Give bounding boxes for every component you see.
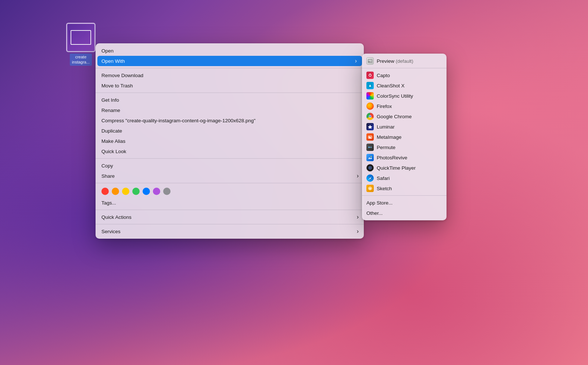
separator-2 — [96, 93, 364, 93]
chrome-icon — [366, 113, 374, 120]
menu-item-open-with[interactable]: Open With — [97, 56, 362, 66]
menu-item-make-alias[interactable]: Make Alias — [96, 136, 364, 146]
tag-dot-green[interactable] — [132, 188, 140, 195]
svg-point-15 — [371, 156, 372, 157]
chrome-label: Google Chrome — [377, 114, 412, 119]
separator-5 — [96, 210, 364, 210]
metaimage-icon — [366, 133, 374, 141]
open-with-submenu: Preview (default) Capto CleanShot X — [362, 54, 447, 220]
file-icon-inner — [71, 30, 91, 45]
submenu-item-quicktime[interactable]: QuickTime Player — [362, 163, 447, 173]
firefox-icon — [366, 102, 374, 110]
submenu-item-other[interactable]: Other... — [362, 208, 447, 218]
submenu-item-luminar[interactable]: Luminar — [362, 122, 447, 132]
colorsync-icon — [366, 92, 374, 100]
menu-item-open[interactable]: Open — [96, 46, 364, 56]
svg-marker-8 — [368, 125, 372, 129]
submenu-item-capto[interactable]: Capto — [362, 70, 447, 80]
tag-dot-orange[interactable] — [112, 188, 119, 195]
tag-dot-blue[interactable] — [143, 188, 150, 195]
menu-item-get-info[interactable]: Get Info — [96, 95, 364, 105]
desktop: create instagra... Open Open With Remove… — [0, 0, 588, 365]
capto-label: Capto — [377, 73, 390, 78]
tags-row — [96, 185, 364, 198]
svg-point-2 — [369, 61, 370, 62]
menu-item-tags[interactable]: Tags... — [96, 198, 364, 208]
submenu-item-photosrevive[interactable]: PhotosRevive — [362, 152, 447, 163]
quicktime-label: QuickTime Player — [377, 165, 416, 171]
menu-item-move-to-trash[interactable]: Move to Trash — [96, 80, 364, 91]
separator-6 — [96, 224, 364, 224]
colorsync-label: ColorSync Utility — [377, 93, 413, 99]
separator-4 — [96, 183, 364, 183]
photosrevive-label: PhotosRevive — [377, 155, 407, 160]
submenu-item-metaimage[interactable]: MetaImage — [362, 132, 447, 142]
menu-item-rename[interactable]: Rename — [96, 105, 364, 115]
svg-point-13 — [370, 147, 372, 148]
submenu-item-chrome[interactable]: Google Chrome — [362, 111, 447, 122]
desktop-file-icon[interactable]: create instagra... — [62, 23, 99, 66]
svg-point-12 — [368, 147, 370, 148]
submenu-item-colorsync[interactable]: ColorSync Utility — [362, 91, 447, 101]
cleanshot-label: CleanShot X — [377, 83, 405, 88]
menu-item-services[interactable]: Services — [96, 226, 364, 236]
submenu-item-safari[interactable]: Safari — [362, 173, 447, 183]
menu-item-share[interactable]: Share — [96, 171, 364, 181]
tag-dot-red[interactable] — [101, 188, 109, 195]
submenu-item-sketch[interactable]: Sketch — [362, 183, 447, 194]
svg-marker-17 — [370, 167, 371, 169]
svg-rect-1 — [369, 60, 372, 61]
main-context-menu: Open Open With Remove Download Move to T… — [96, 43, 364, 239]
menu-item-remove-download[interactable]: Remove Download — [96, 70, 364, 80]
photosrevive-icon — [366, 154, 374, 161]
file-icon-label: create instagra... — [70, 54, 92, 66]
submenu-sep-1 — [362, 68, 447, 68]
sketch-label: Sketch — [377, 186, 392, 191]
file-icon-image — [66, 23, 96, 52]
tag-dot-yellow[interactable] — [122, 188, 129, 195]
preview-icon — [366, 57, 374, 65]
quicktime-icon — [366, 164, 374, 171]
cleanshot-icon — [366, 82, 374, 89]
safari-icon — [366, 174, 374, 182]
sketch-icon — [366, 185, 374, 192]
luminar-icon — [366, 123, 374, 130]
svg-rect-5 — [370, 73, 370, 74]
luminar-label: Luminar — [377, 124, 395, 130]
tag-dot-purple[interactable] — [153, 188, 160, 195]
menu-item-quick-actions[interactable]: Quick Actions — [96, 212, 364, 222]
submenu-item-permute[interactable]: Permute — [362, 142, 447, 152]
submenu-sep-2 — [362, 195, 447, 196]
separator-3 — [96, 158, 364, 159]
context-menu-wrapper: Open Open With Remove Download Move to T… — [96, 43, 364, 239]
capto-icon — [366, 72, 374, 79]
submenu-item-preview[interactable]: Preview (default) — [362, 56, 447, 66]
permute-icon — [366, 144, 374, 151]
submenu-item-app-store[interactable]: App Store... — [362, 198, 447, 208]
preview-label: Preview (default) — [377, 58, 413, 64]
menu-item-duplicate[interactable]: Duplicate — [96, 126, 364, 136]
menu-item-compress[interactable]: Compress "create-quality-instagram-conte… — [96, 115, 364, 126]
metaimage-label: MetaImage — [377, 134, 402, 140]
menu-item-copy[interactable]: Copy — [96, 160, 364, 171]
submenu-item-firefox[interactable]: Firefox — [362, 101, 447, 111]
permute-label: Permute — [377, 145, 395, 150]
separator-1 — [96, 68, 364, 68]
submenu-item-cleanshot[interactable]: CleanShot X — [362, 80, 447, 91]
menu-item-quick-look[interactable]: Quick Look — [96, 146, 364, 156]
tag-dot-gray[interactable] — [163, 188, 171, 195]
firefox-label: Firefox — [377, 104, 392, 109]
safari-label: Safari — [377, 176, 390, 181]
